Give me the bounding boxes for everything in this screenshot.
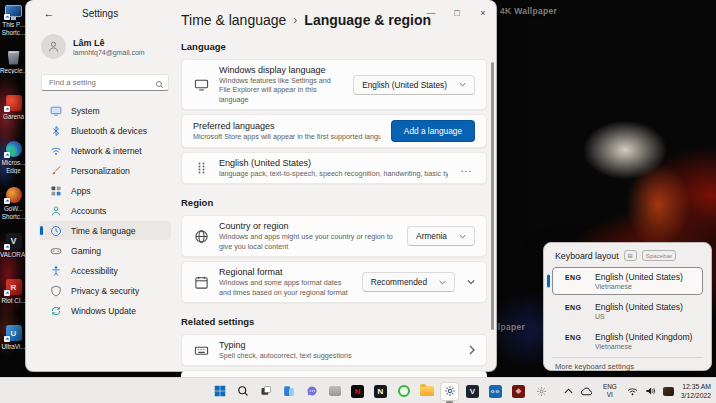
shortcut-arrow-icon	[4, 14, 10, 20]
sidebar-item-apps[interactable]: Apps	[39, 181, 171, 200]
taskbar-center-icons: N N V oo ◆	[208, 378, 553, 403]
edge-icon	[4, 140, 23, 158]
display-language-dropdown[interactable]: English (United States)	[353, 75, 475, 95]
time-language-icon	[49, 224, 62, 237]
drag-handle-icon[interactable]	[193, 162, 209, 174]
keyboard-layout-title: Keyboard layout	[555, 251, 619, 261]
valorant-taskbar-icon[interactable]: V	[464, 383, 481, 400]
clock[interactable]: 12:35 AM 3/12/2022	[681, 382, 711, 400]
card-title: Windows display language	[219, 65, 343, 75]
notion-icon[interactable]: N	[372, 383, 389, 400]
valorant-icon: V	[4, 232, 23, 250]
chevron-down-icon	[439, 280, 446, 285]
gow-icon	[4, 186, 23, 204]
account-email: lamnhtq74@gmail.com	[73, 49, 145, 56]
keyboard-layout-item[interactable]: ENG English (United States) US	[552, 297, 703, 325]
sidebar-item-accessibility[interactable]: Accessibility	[39, 261, 171, 280]
shortcut-arrow-icon	[4, 106, 10, 112]
breadcrumb-parent[interactable]: Time & language	[181, 12, 286, 28]
chevron-right-icon	[469, 345, 475, 355]
more-options-button[interactable]: ...	[458, 163, 475, 174]
desktop-icon-ultraviewer[interactable]: U UltraVi...	[0, 324, 27, 368]
section-language-label: Language	[181, 41, 487, 52]
windows-logo-icon	[214, 385, 226, 397]
game-app-icon[interactable]	[326, 383, 343, 400]
settings-taskbar-icon[interactable]	[441, 383, 458, 400]
breadcrumb: Time & language › Language & region	[181, 12, 487, 28]
desktop-icon-this-pc[interactable]: This P... Shortc...	[0, 2, 27, 46]
task-view-icon	[260, 385, 272, 397]
utility-gear-icon[interactable]	[533, 383, 550, 400]
sidebar-item-windows-update[interactable]: Windows Update	[39, 301, 171, 320]
desktop-icon-valorant[interactable]: V VALORA...	[0, 232, 27, 276]
sidebar-item-personalization[interactable]: Personalization	[39, 161, 171, 180]
desktop-screen: 4K Wallpaper 4K Wallpaper This P... Shor…	[0, 0, 716, 403]
this-pc-icon	[4, 2, 23, 20]
onedrive-icon[interactable]	[580, 387, 593, 396]
desktop-icon-edge[interactable]: Micros... Edge	[0, 140, 27, 184]
expand-chevron-icon[interactable]	[467, 279, 475, 285]
settings-main-pane: Time & language › Language & region Lang…	[181, 0, 487, 371]
desktop-icon-garena[interactable]: Garena	[0, 94, 27, 138]
globe-icon	[193, 229, 209, 244]
card-country-region: Country or region Windows and apps might…	[181, 215, 487, 257]
riot-client-taskbar-icon[interactable]: ◆	[510, 383, 527, 400]
chat-icon	[306, 385, 318, 397]
gameloop-icon[interactable]: oo	[487, 383, 504, 400]
volume-icon[interactable]	[645, 386, 656, 396]
task-view-button[interactable]	[257, 383, 274, 400]
card-typing[interactable]: Typing Spell check, autocorrect, text su…	[181, 334, 487, 366]
more-keyboard-settings-link[interactable]: More keyboard settings	[552, 357, 703, 372]
sidebar-item-accounts[interactable]: Accounts	[39, 201, 171, 220]
scrollbar[interactable]	[491, 62, 494, 330]
netflix-icon[interactable]: N	[349, 383, 366, 400]
sidebar-item-time-language[interactable]: Time & language	[39, 221, 171, 240]
card-preferred-languages: Preferred languages Microsoft Store apps…	[181, 114, 487, 148]
chat-button[interactable]	[303, 383, 320, 400]
idm-icon[interactable]	[395, 383, 412, 400]
display-language-icon	[193, 77, 209, 92]
taskbar-search-button[interactable]	[234, 383, 251, 400]
widgets-button[interactable]	[280, 383, 297, 400]
keyboard-layout-item-selected[interactable]: ENG English (United States) Vietnamese	[552, 267, 703, 295]
sidebar-item-bluetooth-devices[interactable]: Bluetooth & devices	[39, 121, 171, 140]
back-button[interactable]: ←	[34, 7, 64, 19]
wifi-status-icon[interactable]	[627, 387, 638, 396]
wifi-icon	[49, 144, 62, 157]
breadcrumb-separator-icon: ›	[293, 13, 297, 27]
sidebar-item-privacy-security[interactable]: Privacy & security	[39, 281, 171, 300]
ultraviewer-icon: U	[4, 324, 23, 342]
search-input[interactable]	[41, 74, 169, 91]
shortcut-arrow-icon	[4, 290, 10, 296]
desktop-icon-riot-client[interactable]: R Riot Cl...	[0, 278, 27, 322]
account-section[interactable]: Lâm Lê lamnhtq74@gmail.com	[39, 30, 171, 69]
windows-key-icon: ⊞	[624, 250, 637, 261]
settings-sidebar: Lâm Lê lamnhtq74@gmail.com System Blueto…	[39, 30, 171, 321]
start-button[interactable]	[211, 383, 228, 400]
person-icon	[47, 40, 60, 53]
chevron-up-icon	[564, 388, 573, 394]
file-explorer-icon[interactable]	[418, 383, 435, 400]
desktop-icon-column: This P... Shortc... Recycle... Garena Mi…	[0, 2, 27, 370]
card-regional-format: Regional format Windows and some apps fo…	[181, 261, 487, 303]
gear-icon	[536, 386, 547, 397]
gaming-icon	[49, 244, 62, 257]
riot-client-icon: R	[4, 278, 23, 296]
desktop-icon-gow-shortcut[interactable]: GoW... Shortc...	[0, 186, 27, 230]
country-region-dropdown[interactable]: Armenia	[407, 226, 475, 246]
add-language-button[interactable]: Add a language	[391, 120, 475, 142]
keyboard-layout-item[interactable]: ENG English (United Kingdom) Vietnamese	[552, 327, 703, 355]
sidebar-item-system[interactable]: System	[39, 101, 171, 120]
language-indicator[interactable]: ENG VI	[600, 382, 620, 399]
card-language-english-us[interactable]: English (United States) language pack, t…	[181, 152, 487, 184]
tray-overflow-chevron[interactable]	[564, 388, 573, 394]
shortcut-arrow-icon	[4, 336, 10, 342]
sidebar-item-gaming[interactable]: Gaming	[39, 241, 171, 260]
desktop-icon-recycle-bin[interactable]: Recycle...	[0, 48, 27, 92]
search-icon	[237, 385, 249, 397]
sidebar-item-network-internet[interactable]: Network & internet	[39, 141, 171, 160]
tray-app-icon[interactable]	[663, 387, 674, 396]
avatar	[41, 34, 66, 59]
regional-format-dropdown[interactable]: Recommended	[362, 272, 455, 292]
system-tray: ENG VI 12:35 AM 3/12/2022	[564, 378, 711, 403]
